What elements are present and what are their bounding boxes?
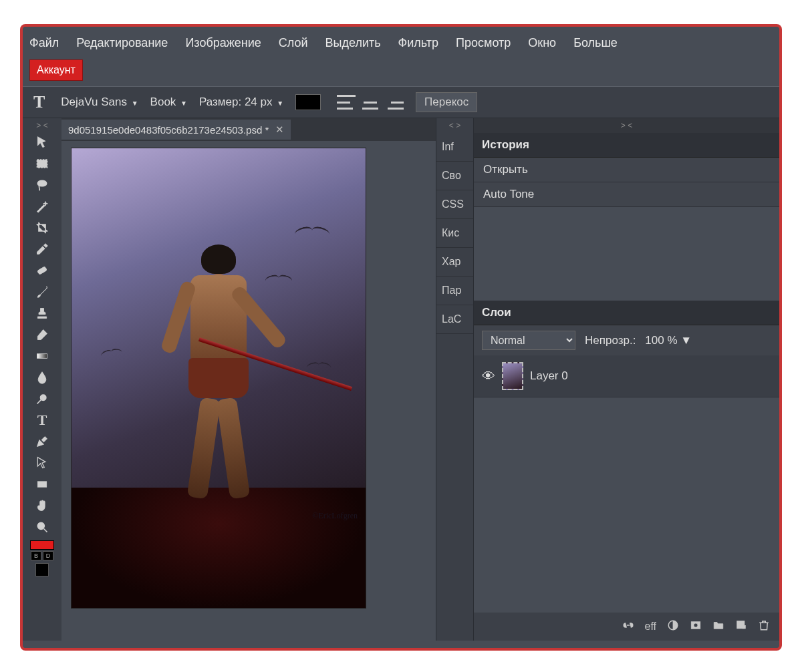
new-layer-icon[interactable] xyxy=(735,619,747,634)
blend-mode-select[interactable]: Normal xyxy=(482,331,575,350)
svg-rect-3 xyxy=(37,354,47,359)
panel-resize-handle[interactable]: > < xyxy=(474,118,779,133)
trash-icon[interactable] xyxy=(758,619,770,634)
mask-icon[interactable] xyxy=(690,619,702,634)
skew-button[interactable]: Перекос xyxy=(416,92,477,112)
bird-decoration xyxy=(307,363,331,371)
side-tabs-resize-handle[interactable]: < > xyxy=(436,118,473,133)
layers-panel-title[interactable]: Слои xyxy=(474,301,779,325)
document-tab-label: 9d051915e0de0483f05c6b2173e24503.psd * xyxy=(68,124,269,136)
document-tab[interactable]: 9d051915e0de0483f05c6b2173e24503.psd * ✕ xyxy=(61,120,291,140)
path-select-tool-icon[interactable] xyxy=(31,452,53,474)
stamp-tool-icon[interactable] xyxy=(31,303,53,324)
ground-decoration xyxy=(72,488,366,608)
layer-options-row: Normal Непрозр.: 100 % ▼ xyxy=(474,325,779,355)
color-chips: B D xyxy=(30,540,54,576)
side-tab-paragraph[interactable]: Пар xyxy=(436,277,473,305)
toolbox: > < T B D xyxy=(23,118,61,641)
side-tab-brush[interactable]: Кис xyxy=(436,219,473,248)
eraser-tool-icon[interactable] xyxy=(31,324,53,345)
canvas-area[interactable]: ©EricLofgren xyxy=(61,141,436,641)
lasso-tool-icon[interactable] xyxy=(31,174,53,196)
size-value: 24 px xyxy=(245,96,273,108)
align-right-button[interactable] xyxy=(385,95,404,110)
text-align-group xyxy=(337,95,404,110)
svg-rect-0 xyxy=(37,160,47,168)
layers-footer: eff xyxy=(474,613,779,641)
right-panels: < > Inf Сво CSS Кис Хар Пар LaC > < Исто… xyxy=(436,118,779,641)
pen-tool-icon[interactable] xyxy=(31,431,53,452)
menu-view[interactable]: Просмотр xyxy=(456,36,511,50)
visibility-eye-icon[interactable]: 👁 xyxy=(482,369,495,384)
blur-tool-icon[interactable] xyxy=(31,367,53,388)
svg-rect-2 xyxy=(37,267,47,275)
gradient-tool-icon[interactable] xyxy=(31,345,53,367)
menu-edit[interactable]: Редактирование xyxy=(76,36,168,50)
link-layers-icon[interactable] xyxy=(622,619,634,634)
workspace-body: > < T B D xyxy=(23,118,779,641)
size-label: Размер: xyxy=(199,96,241,108)
menu-file[interactable]: Файл xyxy=(29,36,59,50)
menu-more[interactable]: Больше xyxy=(573,36,618,50)
side-tab-info[interactable]: Inf xyxy=(436,133,473,162)
menu-image[interactable]: Изображение xyxy=(185,36,261,50)
move-tool-icon[interactable] xyxy=(31,132,53,153)
history-item[interactable]: Auto Tone xyxy=(474,182,779,207)
side-tab-swatches[interactable]: Сво xyxy=(436,162,473,190)
align-left-button[interactable] xyxy=(337,95,356,110)
dodge-tool-icon[interactable] xyxy=(31,388,53,409)
heal-tool-icon[interactable] xyxy=(31,260,53,281)
layer-effects-button[interactable]: eff xyxy=(645,621,657,633)
zoom-tool-icon[interactable] xyxy=(31,516,53,538)
type-tool-icon[interactable]: T xyxy=(31,409,53,431)
font-size-dropdown[interactable]: Размер: 24 px ▼ xyxy=(199,96,283,109)
font-weight-dropdown[interactable]: Book ▼ xyxy=(150,96,187,109)
account-button[interactable]: Аккаунт xyxy=(29,59,83,81)
toolbox-resize-handle[interactable]: > < xyxy=(36,121,47,130)
marquee-tool-icon[interactable] xyxy=(31,153,53,174)
text-color-swatch[interactable] xyxy=(295,94,321,110)
layer-thumbnail[interactable] xyxy=(502,362,523,390)
layers-empty-area xyxy=(474,397,779,613)
background-color-chip[interactable] xyxy=(35,563,49,576)
history-panel-title[interactable]: История xyxy=(474,133,779,158)
options-bar: T DejaVu Sans ▼ Book ▼ Размер: 24 px ▼ П… xyxy=(23,86,779,118)
folder-icon[interactable] xyxy=(712,619,724,634)
hand-tool-icon[interactable] xyxy=(31,495,53,516)
crop-tool-icon[interactable] xyxy=(31,217,53,238)
menu-select[interactable]: Выделить xyxy=(325,36,381,50)
brush-tool-icon[interactable] xyxy=(31,281,53,303)
history-item[interactable]: Открыть xyxy=(474,158,779,182)
shape-tool-icon[interactable] xyxy=(31,474,53,495)
foreground-color-chip[interactable] xyxy=(30,540,54,550)
menu-window[interactable]: Окно xyxy=(528,36,556,50)
panel-side-tabs: < > Inf Сво CSS Кис Хар Пар LaC xyxy=(436,118,474,641)
bird-decoration xyxy=(265,275,292,285)
wand-tool-icon[interactable] xyxy=(31,196,53,217)
svg-point-1 xyxy=(37,180,46,186)
side-tab-character[interactable]: Хар xyxy=(436,248,473,277)
svg-point-9 xyxy=(694,623,698,627)
default-colors-chip[interactable]: D xyxy=(43,551,53,560)
align-center-button[interactable] xyxy=(361,95,380,110)
menu-layer[interactable]: Слой xyxy=(279,36,308,50)
swap-colors-chip[interactable]: B xyxy=(31,551,41,560)
text-tool-icon: T xyxy=(29,92,49,112)
opacity-dropdown[interactable]: 100 % ▼ xyxy=(645,334,692,347)
side-tab-layercomp[interactable]: LaC xyxy=(436,305,473,334)
layer-row[interactable]: 👁 Layer 0 xyxy=(474,355,779,397)
menu-filter[interactable]: Фильтр xyxy=(398,36,438,50)
eyedropper-tool-icon[interactable] xyxy=(31,238,53,260)
close-tab-icon[interactable]: ✕ xyxy=(275,124,284,136)
adjustment-layer-icon[interactable] xyxy=(667,619,679,634)
app-window: Файл Редактирование Изображение Слой Выд… xyxy=(20,24,782,651)
svg-point-4 xyxy=(41,395,46,400)
svg-rect-10 xyxy=(737,621,745,629)
side-tab-css[interactable]: CSS xyxy=(436,190,473,219)
svg-point-6 xyxy=(37,522,44,529)
history-list: Открыть Auto Tone xyxy=(474,158,779,207)
font-family-value: DejaVu Sans xyxy=(61,96,127,108)
bird-decoration xyxy=(295,227,329,239)
layer-name-label[interactable]: Layer 0 xyxy=(530,369,568,383)
font-family-dropdown[interactable]: DejaVu Sans ▼ xyxy=(61,96,138,109)
